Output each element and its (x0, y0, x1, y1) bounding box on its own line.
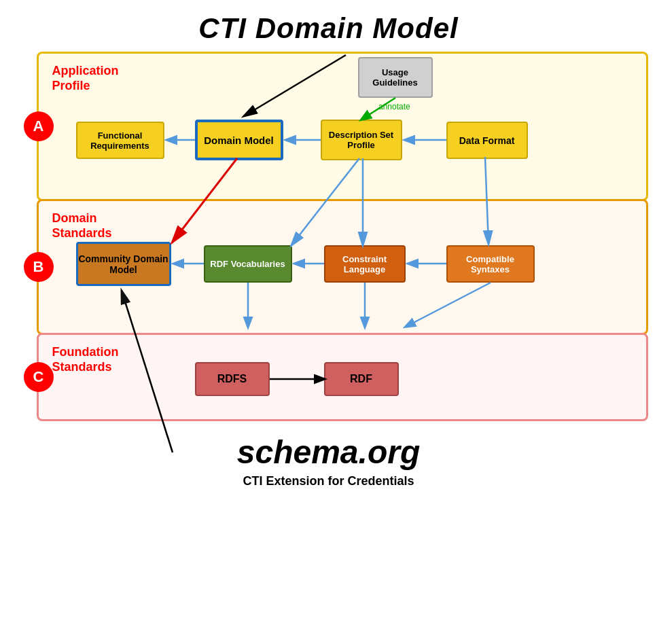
section-b: B DomainStandards Community Domain Model… (37, 199, 648, 335)
circle-a: A (24, 111, 54, 141)
schema-title: schema.org (0, 433, 657, 471)
section-a-label: ApplicationProfile (52, 64, 633, 93)
rdf-vocabularies-box: RDF Vocabularies (204, 245, 292, 283)
compatible-syntaxes-box: Compatible Syntaxes (446, 245, 535, 283)
community-domain-model-box: Community Domain Model (76, 242, 171, 286)
section-a: A ApplicationProfile Usage Guidelines Fu… (37, 52, 648, 201)
usage-guidelines-box: Usage Guidelines (358, 57, 433, 98)
constraint-language-box: Constraint Language (324, 245, 406, 283)
svg-text:annotate: annotate (378, 102, 410, 111)
domain-model-box: Domain Model (195, 120, 283, 160)
rdf-box: RDF (324, 362, 399, 396)
svg-line-10 (406, 283, 491, 327)
circle-c: C (24, 362, 54, 392)
bottom-label: CTI Extension for Credentials (0, 474, 657, 488)
svg-line-0 (361, 98, 395, 120)
description-set-profile-box: Description Set Profile (321, 120, 402, 160)
data-format-box: Data Format (446, 122, 528, 159)
section-c: C FoundationStandards RDFS RDF (37, 333, 648, 421)
rdfs-box: RDFS (195, 362, 270, 396)
functional-requirements-box: Functional Requirements (76, 122, 164, 159)
circle-b: B (24, 252, 54, 282)
section-b-label: DomainStandards (52, 211, 633, 240)
diagram-container: A ApplicationProfile Usage Guidelines Fu… (27, 52, 657, 421)
main-title: CTI Domain Model (0, 0, 657, 45)
